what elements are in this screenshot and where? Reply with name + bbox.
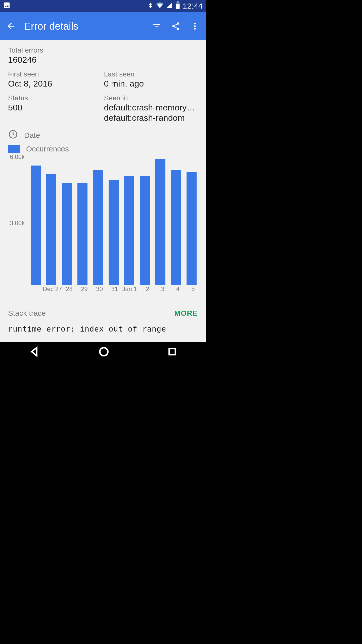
chart-legend: Date Occurrences bbox=[8, 129, 198, 153]
bar-1 bbox=[46, 174, 56, 285]
bar-0 bbox=[31, 166, 41, 285]
xlabel-0: Dec 27 bbox=[43, 286, 59, 293]
share-button[interactable] bbox=[170, 20, 182, 32]
total-errors-value: 160246 bbox=[8, 55, 198, 65]
bar-2 bbox=[62, 183, 72, 285]
last-seen-block: Last seen 0 min. ago bbox=[102, 70, 198, 89]
stack-trace-line: runtime error: index out of range bbox=[8, 325, 198, 333]
clock-icon bbox=[8, 129, 18, 141]
bar-8 bbox=[155, 159, 165, 285]
chart-x-axis: Dec 2728293031Jan 12345 bbox=[31, 286, 198, 293]
content-area: Total errors 160246 First seen Oct 8, 20… bbox=[0, 40, 206, 342]
xlabel-5: Jan 1 bbox=[122, 286, 137, 293]
wifi-icon bbox=[156, 2, 164, 11]
svg-point-7 bbox=[194, 25, 196, 27]
first-seen-block: First seen Oct 8, 2016 bbox=[8, 70, 102, 89]
first-seen-value: Oct 8, 2016 bbox=[8, 79, 102, 89]
xlabel-8: 4 bbox=[173, 286, 183, 293]
legend-date-label: Date bbox=[24, 131, 40, 140]
page-title: Error details bbox=[24, 21, 144, 32]
ytick-6k: 6.00k bbox=[10, 153, 25, 160]
last-seen-label: Last seen bbox=[104, 70, 198, 78]
seen-in-block: Seen in default:crash-memory-acces… defa… bbox=[102, 94, 198, 123]
filter-button[interactable] bbox=[151, 20, 163, 32]
svg-rect-0 bbox=[177, 2, 179, 3]
bar-4 bbox=[93, 170, 103, 285]
total-errors-block: Total errors 160246 bbox=[8, 46, 198, 65]
total-errors-label: Total errors bbox=[8, 46, 198, 54]
svg-rect-2 bbox=[176, 4, 179, 9]
more-button[interactable]: MORE bbox=[174, 309, 198, 317]
status-value: 500 bbox=[8, 103, 102, 112]
svg-point-6 bbox=[194, 23, 196, 24]
seen-in-value-1: default:crash-memory-acces… bbox=[104, 103, 198, 112]
xlabel-2: 29 bbox=[79, 286, 89, 293]
section-divider bbox=[8, 304, 198, 304]
battery-icon bbox=[175, 2, 180, 11]
xlabel-7: 3 bbox=[158, 286, 167, 293]
svg-point-10 bbox=[100, 348, 108, 356]
nav-recents-button[interactable] bbox=[167, 346, 177, 358]
status-clock: 12:44 bbox=[183, 2, 203, 10]
xlabel-6: 2 bbox=[143, 286, 152, 293]
chart-bars bbox=[31, 157, 198, 285]
legend-series-label: Occurrences bbox=[26, 145, 69, 153]
svg-point-4 bbox=[172, 25, 175, 27]
xlabel-4: 31 bbox=[110, 286, 119, 293]
overflow-menu-button[interactable] bbox=[189, 20, 201, 32]
bar-3 bbox=[77, 183, 87, 285]
bar-9 bbox=[171, 170, 181, 285]
seen-in-label: Seen in bbox=[104, 94, 198, 102]
chart-plot-area bbox=[23, 157, 198, 285]
bar-5 bbox=[109, 180, 119, 285]
xlabel-9: 5 bbox=[188, 286, 198, 293]
bluetooth-icon bbox=[147, 2, 154, 10]
bar-10 bbox=[187, 172, 197, 285]
stack-trace-header: Stack trace bbox=[8, 309, 46, 317]
svg-point-5 bbox=[177, 28, 179, 30]
svg-rect-11 bbox=[169, 349, 175, 355]
bar-6 bbox=[124, 176, 134, 285]
legend-swatch bbox=[8, 145, 20, 153]
last-seen-value: 0 min. ago bbox=[104, 79, 198, 89]
seen-in-value-2: default:crash-random bbox=[104, 113, 198, 123]
android-status-bar: 12:44 bbox=[0, 0, 206, 12]
xlabel-1: 28 bbox=[64, 286, 74, 293]
android-nav-bar bbox=[0, 342, 206, 362]
nav-home-button[interactable] bbox=[98, 346, 110, 359]
status-block: Status 500 bbox=[8, 94, 102, 123]
picture-icon bbox=[3, 2, 11, 11]
chart-y-axis: 6.00k 3.00k bbox=[8, 153, 25, 293]
status-label: Status bbox=[8, 94, 102, 102]
app-bar: Error details bbox=[0, 12, 206, 40]
xlabel-3: 30 bbox=[95, 286, 104, 293]
ytick-3k: 3.00k bbox=[10, 220, 25, 227]
stack-trace-header-row: Stack trace MORE bbox=[8, 309, 198, 317]
occurrences-bar-chart: 6.00k 3.00k Dec 2728293031Jan 12345 bbox=[8, 157, 198, 293]
nav-back-button[interactable] bbox=[29, 346, 41, 359]
svg-point-3 bbox=[177, 22, 179, 25]
cell-signal-icon bbox=[166, 2, 173, 10]
svg-point-8 bbox=[194, 28, 196, 30]
back-button[interactable] bbox=[5, 20, 17, 32]
bar-7 bbox=[140, 176, 150, 285]
first-seen-label: First seen bbox=[8, 70, 102, 78]
